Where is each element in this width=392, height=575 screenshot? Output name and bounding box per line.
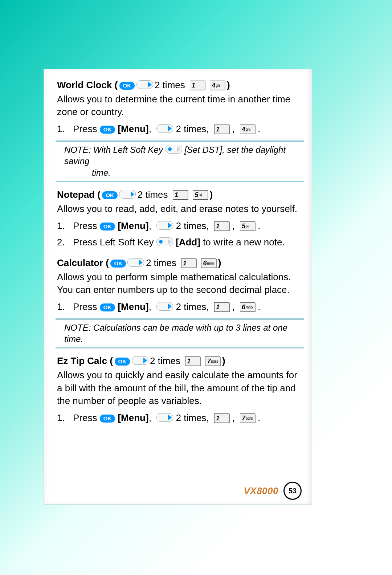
- step-content: Press OK [Menu], 2 times, 1 , 7pqrs .: [73, 412, 300, 424]
- ok-icon: OK: [100, 126, 115, 134]
- world-clock-heading: World Clock ( OK 2 times 1 4ghi ): [57, 79, 300, 91]
- eztip-title-text: Ez Tip Calc (: [57, 355, 113, 366]
- key-7-icon: 7pqrs: [205, 356, 220, 366]
- softkey-right-icon: [156, 124, 173, 133]
- page-background: World Clock ( OK 2 times 1 4ghi ) Allows…: [0, 0, 392, 575]
- two-times-label: 2 times: [150, 355, 180, 366]
- heading-close-paren: ): [210, 189, 213, 200]
- notepad-title-text: Notepad (: [57, 189, 101, 200]
- heading-close-paren: ): [218, 257, 221, 268]
- ok-icon: OK: [102, 191, 118, 199]
- ok-icon: OK: [110, 260, 126, 268]
- two-times-label: 2 times: [155, 79, 185, 90]
- softkey-right-icon: [127, 258, 144, 267]
- menu-label: [Menu]: [118, 301, 148, 312]
- key-6-icon: 6mno: [201, 258, 216, 268]
- step-content: Press OK [Menu], 2 times, 1 , 5jkl .: [73, 220, 300, 232]
- key-5-icon: 5jkl: [240, 221, 255, 231]
- manual-page: World Clock ( OK 2 times 1 4ghi ) Allows…: [44, 69, 312, 505]
- notepad-heading: Notepad ( OK 2 times 1 5jkl ): [57, 189, 300, 200]
- step-number: 1.: [57, 220, 73, 232]
- calculator-step-1: 1. Press OK [Menu], 2 times, 1 , 6mno .: [57, 301, 300, 313]
- softkey-right-icon: [156, 413, 173, 422]
- menu-label: [Menu]: [118, 123, 148, 134]
- ok-icon: OK: [100, 303, 115, 311]
- softkey-right-icon: [119, 190, 136, 199]
- step-number: 1.: [57, 123, 73, 135]
- softkey-right-icon: [132, 356, 148, 365]
- notepad-description: Allows you to read, add, edit, and erase…: [57, 203, 300, 215]
- page-footer: VX8000 53: [244, 482, 302, 500]
- two-times-label: 2 times: [138, 189, 168, 200]
- notepad-step-2: 2. Press Left Soft Key [Add] to write a …: [57, 237, 300, 248]
- calculator-description: Allows you to perform simple mathematica…: [57, 271, 300, 296]
- two-times-label: 2 times: [146, 257, 176, 268]
- step-content: Press OK [Menu], 2 times, 1 , 6mno .: [73, 301, 300, 313]
- softkey-right-icon: [156, 221, 173, 230]
- key-5-icon: 5jkl: [193, 190, 208, 200]
- eztip-heading: Ez Tip Calc ( OK 2 times 1 7pqrs ): [57, 355, 300, 367]
- calculator-note: NOTE: Calculations can be made with up t…: [57, 320, 300, 347]
- key-1-icon: 1: [214, 302, 229, 312]
- ok-icon: OK: [115, 358, 130, 366]
- step-number: 1.: [57, 412, 73, 424]
- notepad-step-1: 1. Press OK [Menu], 2 times, 1 , 5jkl .: [57, 220, 300, 232]
- heading-close-paren: ): [222, 355, 225, 366]
- step-content: Press OK [Menu], 2 times, 1 , 4ghi .: [73, 123, 300, 135]
- world-clock-note: NOTE: With Left Soft Key [Set DST], set …: [57, 142, 300, 180]
- page-number: 53: [283, 482, 302, 500]
- key-1-icon: 1: [185, 356, 200, 366]
- key-1-icon: 1: [214, 125, 229, 134]
- softkey-left-dot-icon: [166, 145, 182, 154]
- step-number: 2.: [57, 237, 73, 248]
- key-1-icon: 1: [190, 81, 205, 90]
- world-clock-description: Allows you to determine the current time…: [57, 93, 300, 118]
- menu-label: [Menu]: [118, 220, 148, 231]
- ok-icon: OK: [100, 415, 115, 423]
- key-1-icon: 1: [214, 221, 229, 231]
- eztip-description: Allows you to quickly and easily calcula…: [57, 369, 300, 407]
- calculator-heading: Calculator ( OK 2 times 1 6mno ): [57, 257, 300, 269]
- key-4-icon: 4ghi: [240, 125, 255, 134]
- key-6-icon: 6mno: [240, 302, 255, 312]
- heading-close-paren: ): [227, 79, 230, 90]
- key-4-icon: 4ghi: [210, 81, 225, 90]
- ok-icon: OK: [119, 82, 135, 90]
- softkey-right-icon: [136, 80, 153, 89]
- softkey-right-icon: [156, 302, 173, 311]
- world-clock-step-1: 1. Press OK [Menu], 2 times, 1 , 4ghi .: [57, 123, 300, 135]
- key-7-icon: 7pqrs: [240, 413, 255, 423]
- step-number: 1.: [57, 301, 73, 313]
- world-clock-title-text: World Clock (: [57, 79, 118, 90]
- calculator-title-text: Calculator (: [57, 257, 109, 268]
- step-content: Press Left Soft Key [Add] to write a new…: [73, 237, 300, 248]
- softkey-left-dot-icon: [156, 237, 173, 246]
- key-1-icon: 1: [173, 190, 188, 200]
- add-label: [Add]: [176, 237, 200, 248]
- model-label: VX8000: [244, 485, 278, 497]
- key-1-icon: 1: [214, 413, 229, 423]
- ok-icon: OK: [100, 223, 115, 231]
- eztip-step-1: 1. Press OK [Menu], 2 times, 1 , 7pqrs .: [57, 412, 300, 424]
- menu-label: [Menu]: [118, 412, 148, 423]
- key-1-icon: 1: [181, 258, 196, 268]
